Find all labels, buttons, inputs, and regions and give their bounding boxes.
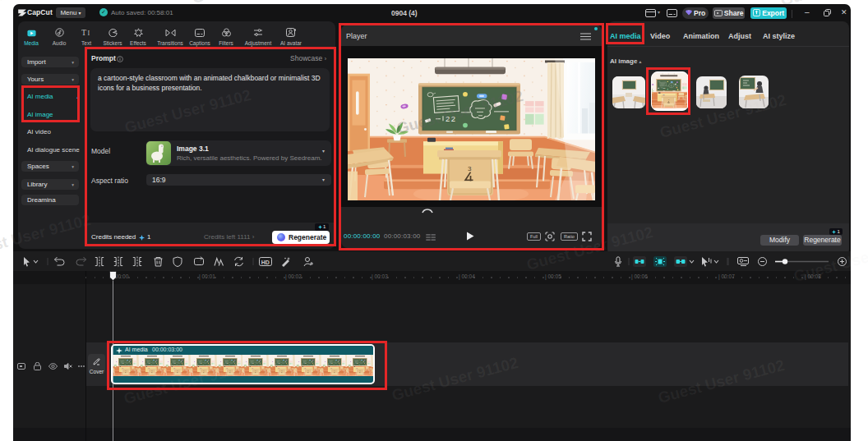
svg-text:T: T <box>81 28 86 37</box>
svg-text:HD: HD <box>261 260 270 265</box>
svg-text:I: I <box>88 30 90 37</box>
